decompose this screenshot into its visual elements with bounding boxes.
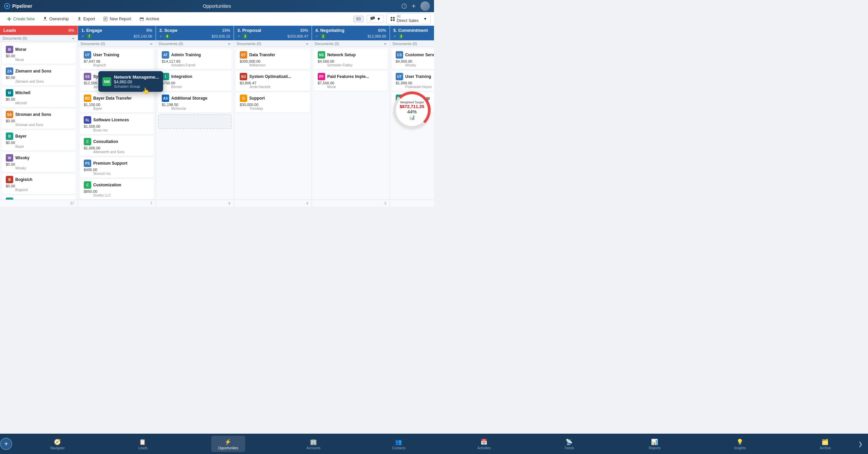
card[interactable]: PF Paid Features Imple... $7,500.00 Mora… (314, 71, 388, 91)
card[interactable]: SA Stroman and Sons $0.00 Stroman and So… (2, 109, 76, 129)
card-amount: $0.00 (6, 76, 73, 80)
card-amount: $495.00 (84, 168, 151, 172)
card-amount: $0.00 (6, 119, 73, 123)
card-amount: $1,500.00 (84, 124, 151, 128)
card-sub: Mitchell (6, 101, 73, 105)
pipeline-selector[interactable]: All Direct Sales ▼ (387, 13, 431, 24)
docs-bar-leads[interactable]: Documents (0) (0, 35, 78, 42)
card-amount: $7,500.00 (318, 81, 385, 85)
card-amount: $1,000.00 (84, 146, 151, 150)
card-icon: BD (84, 95, 91, 102)
card[interactable]: B Bayer $0.00 Bayer (2, 130, 76, 150)
docs-bar-negotiating[interactable]: Documents (0) (312, 41, 390, 47)
card-icon: S (240, 95, 247, 102)
card-icon: NS (318, 51, 325, 59)
ownership-button[interactable]: Ownership (39, 15, 72, 23)
card-sub: Wisoky (6, 166, 73, 170)
card-icon: W (6, 154, 13, 162)
create-new-button[interactable]: Create New (3, 15, 38, 23)
card-amount: $850.00 (84, 189, 151, 193)
svg-text:?: ? (403, 4, 405, 8)
card[interactable]: DT Data Transfer $300,000.00 Williamson (236, 49, 310, 69)
card-sub: Bayer (84, 107, 151, 110)
card-name: Ziemann and Sons (15, 69, 73, 74)
col-count-proposal: 3 (242, 34, 248, 39)
user-avatar[interactable] (420, 1, 430, 11)
new-report-button[interactable]: New Report (100, 15, 134, 23)
card-name: Network Setup (327, 53, 385, 57)
docs-bar-proposal[interactable]: Documents (0) (234, 41, 312, 47)
docs-bar-scope[interactable]: Documents (0) (156, 41, 234, 47)
card[interactable]: NS Network Setup $4,560.00 Schmeler-Flat… (314, 49, 388, 69)
card[interactable]: I Integration $750.00 Bernier (158, 71, 232, 91)
card[interactable]: SO System Optimalizati... $3,806.47 Jerd… (236, 71, 310, 91)
help-icon[interactable]: ? (401, 3, 407, 9)
card-icon: M (6, 89, 13, 97)
card[interactable]: AT Admin Training $14,117.65 Schaden-Far… (158, 49, 232, 69)
card-sub: Morar (6, 58, 73, 62)
card-sub: Jerde-Hackett (240, 85, 307, 89)
card-icon: UT (84, 51, 91, 59)
col-header-engage: 1. Engage 5% ✓ 7 $25,142.06 (78, 26, 156, 41)
card[interactable]: S Support $30,000.00 Tremblay (236, 92, 310, 112)
drag-preview-icon: NM (102, 77, 111, 86)
card[interactable]: AS Additional Storage $1,198.50 McKenzie (158, 92, 232, 112)
card[interactable]: B Bogisich $0.00 Bogisich (2, 174, 76, 194)
card-amount: $7,647.06 (84, 59, 151, 63)
card-name: System Optimalizati... (249, 74, 307, 79)
card-icon: SO (240, 73, 247, 80)
card[interactable]: C Customization $850.00 Dooley LLC (80, 179, 154, 199)
card-name: Bayer (15, 134, 73, 139)
col-pct-leads: 0% (68, 28, 74, 33)
card-sub: Bayer (6, 145, 73, 148)
col-title-negotiating: 4. Negotiating (315, 28, 344, 33)
card-sub: Schaden-Farrell (162, 63, 229, 67)
col-header-proposal: 3. Proposal 30% ✓ 3 $333,806.47 (234, 26, 312, 41)
card-sub: Wunsch Inc (84, 172, 151, 176)
col-footer-leads: 37 (0, 200, 78, 207)
card[interactable]: PS Premium Support $495.00 Wunsch Inc (80, 158, 154, 178)
card-amount: $14,117.65 (162, 59, 229, 63)
card-icon: B (6, 132, 13, 140)
card[interactable]: W Wisoky $0.00 Wisoky (2, 152, 76, 172)
card[interactable]: M Morar $0.00 Morar (2, 44, 76, 64)
card[interactable]: SL Software Licences $1,500.00 Bruen Inc (80, 114, 154, 134)
card-icon: SL (84, 116, 91, 124)
card-sub: Bernier (162, 85, 229, 89)
card-sub: Bruen Inc (84, 128, 151, 132)
card-amount: $750.00 (162, 81, 229, 85)
page-title: Opportunities (203, 3, 231, 9)
col-title-leads: Leads (3, 28, 16, 33)
docs-bar-commitment[interactable]: Documents (0) (390, 41, 434, 47)
col-footer-engage: 7 (78, 200, 156, 207)
card[interactable]: UT User Training $1,890.00 Powlowski-Hay… (392, 71, 434, 91)
col-footer-negotiating: 3 (312, 200, 390, 207)
card[interactable]: M Mitchell $0.00 Mitchell (2, 87, 76, 107)
card[interactable]: ZA Ziemann and Sons $0.00 Ziemann and So… (2, 65, 76, 85)
col-title-engage: 1. Engage (81, 28, 102, 33)
card[interactable]: CS Customer Service $4,950.00 Wisoky (392, 49, 434, 69)
card-sub: Stroman and Sons (6, 123, 73, 127)
docs-bar-engage[interactable]: Documents (0) (78, 41, 156, 47)
card[interactable]: BD Bayer Data Transfer $1,150.00 Bayer (80, 92, 154, 112)
card[interactable]: UT User Training $7,647.06 Bogisich (80, 49, 154, 69)
kanban-col-scope: 2. Scope 15% ✓ 4 $20,926.15 Documents (0… (156, 26, 234, 207)
card-amount: $0.00 (6, 141, 73, 145)
col-cards-negotiating: NS Network Setup $4,560.00 Schmeler-Flat… (312, 47, 390, 200)
drag-preview-card: NM Network Manageme... $4,860.00 Schaden… (98, 71, 163, 92)
card[interactable]: DL Dooley LLC $0.00 Dooley LLC (2, 195, 76, 200)
card-sub: Morar (318, 85, 385, 89)
settings-icon[interactable] (411, 3, 416, 9)
col-title-scope: 2. Scope (159, 28, 177, 33)
card-icon: CS (396, 51, 403, 59)
flag-button[interactable]: 🏴 ▼ (367, 15, 384, 23)
card-icon: PF (318, 73, 325, 80)
card-sub: Ziemann and Sons (6, 80, 73, 83)
col-pct-engage: 5% (146, 28, 152, 33)
export-button[interactable]: Export (74, 15, 99, 23)
card-icon: AT (162, 51, 169, 59)
card-icon: AS (162, 95, 169, 102)
card-sub: Schmeler-Flatley (318, 63, 385, 67)
card[interactable]: C Consultation $1,000.00 Altenwerth and … (80, 136, 154, 156)
archive-button[interactable]: Archive (136, 15, 163, 23)
